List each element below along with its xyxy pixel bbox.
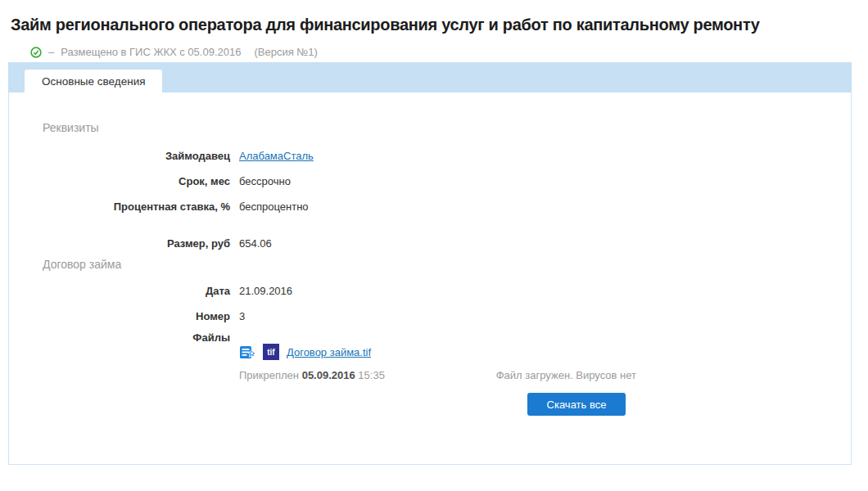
field-row-rate: Процентная ставка, % беспроцентно [9,200,851,213]
field-value: 21.09.2016 [239,285,292,297]
page-title: Займ регионального оператора для финанси… [11,16,862,34]
field-label: Дата [9,285,230,297]
lender-link[interactable]: АлабамаСталь [239,150,314,162]
field-label: Номер [9,310,230,322]
file-item: tif Договор займа.tif [239,343,371,361]
virus-scan-status: Файл загружен. Вирусов нет [496,369,636,381]
field-label: Размер, руб [9,237,230,250]
field-row-term: Срок, мес бессрочно [9,175,851,187]
field-row-amount: Размер, руб 654.06 [9,237,851,250]
field-row-lender: Займодавец АлабамаСталь [9,150,851,162]
field-value: беспроцентно [239,200,309,213]
status-dash: – [48,46,54,58]
status-version: (Версия №1) [254,46,317,58]
tab-strip: Основные сведения [8,62,852,92]
attached-prefix: Прикреплен [239,369,299,381]
field-value: 654.06 [239,237,272,250]
tif-file-icon: tif [263,344,279,360]
attached-time: 15:35 [358,369,385,381]
download-all-button[interactable]: Скачать все [527,393,626,416]
publication-status: – Размещено в ГИС ЖКХ с 05.09.2016 (Верс… [30,46,318,58]
files-label: Файлы [9,331,230,344]
check-circle-icon [30,47,42,58]
section-heading-requisites: Реквизиты [43,121,99,134]
field-label: Процентная ставка, % [9,200,230,213]
signature-icon[interactable] [239,344,256,361]
main-info-panel: Реквизиты Займодавец АлабамаСталь Срок, … [8,92,852,465]
field-label: Срок, мес [9,175,230,187]
section-heading-contract: Договор займа [43,258,121,271]
field-value: бессрочно [239,175,291,187]
file-download-link[interactable]: Договор займа.tif [287,346,371,358]
attached-date: 05.09.2016 [302,369,355,381]
field-value: 3 [239,310,245,322]
tab-main-info[interactable]: Основные сведения [25,70,162,92]
field-label: Займодавец [9,150,230,162]
field-row-number: Номер 3 [9,310,851,322]
field-row-date: Дата 21.09.2016 [9,285,851,297]
file-attached-info: Прикреплен 05.09.2016 15:35 [239,369,385,381]
status-text: Размещено в ГИС ЖКХ с 05.09.2016 [61,46,241,58]
